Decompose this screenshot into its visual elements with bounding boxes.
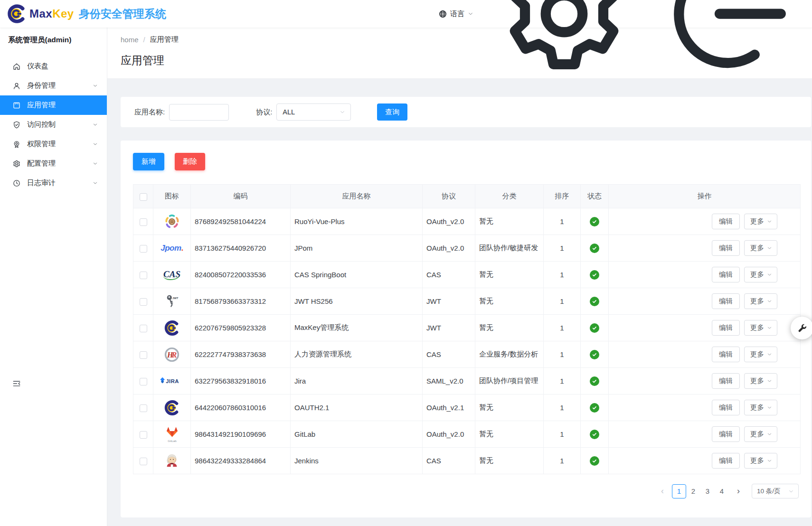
more-button[interactable]: 更多 (744, 347, 777, 362)
row-checkbox[interactable] (140, 378, 147, 385)
more-button[interactable]: 更多 (744, 214, 777, 229)
edit-button[interactable]: 编辑 (712, 453, 740, 469)
page-number-2[interactable]: 2 (686, 484, 700, 498)
app-code: 837136275440926720 (191, 235, 291, 262)
more-button[interactable]: 更多 (744, 320, 777, 336)
sidebar-item-dashboard[interactable]: 仪表盘 (0, 56, 107, 76)
more-button[interactable]: 更多 (744, 400, 777, 415)
svg-text:JWT: JWT (172, 296, 179, 299)
sidebar-collapse-icon[interactable] (12, 379, 21, 388)
prev-page-button[interactable]: ‹ (655, 484, 670, 498)
app-protocol: CAS (423, 341, 475, 368)
more-button-label: 更多 (750, 403, 764, 412)
search-button[interactable]: 查询 (377, 103, 407, 121)
chevron-down-icon (92, 141, 98, 147)
app-protocol: CAS (423, 448, 475, 474)
sidebar-item-apps[interactable]: 应用管理 (0, 95, 107, 115)
current-user-title: 系统管理员(admin) (0, 28, 107, 52)
maxkey-logo-icon (6, 3, 28, 25)
sidebar-item-label: 访问控制 (27, 120, 92, 129)
table-body: 876892492581044224 RuoYi-Vue-Plus OAuth_… (133, 208, 801, 474)
app-name-filter-input[interactable] (169, 104, 229, 121)
sidebar-item-config[interactable]: 配置管理 (0, 154, 107, 173)
protocol-filter-select[interactable]: ALL (276, 103, 351, 121)
edit-button[interactable]: 编辑 (712, 293, 740, 309)
edit-button[interactable]: 编辑 (712, 214, 740, 229)
brand-name: MaxKey (29, 7, 74, 20)
row-checkbox[interactable] (140, 431, 147, 439)
app-category: 暂无 (475, 262, 544, 288)
jira-app-icon: JIRA (153, 368, 190, 394)
chevron-down-icon (92, 180, 98, 186)
row-checkbox[interactable] (140, 404, 147, 412)
row-checkbox[interactable] (140, 218, 147, 226)
brand-subtitle: 身份安全管理系统 (79, 7, 166, 21)
sidebar-item-permissions[interactable]: 权限管理 (0, 134, 107, 154)
row-checkbox[interactable] (140, 298, 147, 306)
cas-app-icon: CAS (153, 262, 190, 288)
add-button[interactable]: 新增 (133, 153, 164, 170)
page-size-select[interactable]: 10 条/页 (752, 484, 799, 498)
sidebar-item-identity[interactable]: 身份管理 (0, 76, 107, 95)
app-code: 644220607860310016 (191, 394, 291, 421)
protocol-filter-label: 协议: (256, 108, 272, 117)
edit-button[interactable]: 编辑 (712, 240, 740, 256)
table-row: JIRA 632279563832918016 Jira SAML_v2.0 团… (133, 368, 801, 394)
delete-button[interactable]: 删除 (175, 153, 205, 170)
more-button[interactable]: 更多 (744, 240, 777, 256)
app-category: 暂无 (475, 208, 544, 235)
edit-button[interactable]: 编辑 (712, 400, 740, 415)
edit-button[interactable]: 编辑 (712, 320, 740, 336)
app-protocol: OAuth_v2.0 (423, 235, 475, 262)
theme-tool-button[interactable] (791, 317, 812, 339)
status-enabled-icon (590, 244, 599, 253)
page-number-4[interactable]: 4 (715, 484, 729, 498)
edit-button[interactable]: 编辑 (712, 347, 740, 362)
sidebar-item-audit[interactable]: 日志审计 (0, 173, 107, 193)
edit-button[interactable]: 编辑 (712, 426, 740, 442)
app-category: 暂无 (475, 288, 544, 315)
status-enabled-icon (590, 403, 599, 413)
select-all-checkbox[interactable] (140, 193, 147, 201)
more-button[interactable]: 更多 (744, 293, 777, 309)
more-button-label: 更多 (750, 217, 764, 226)
row-checkbox[interactable] (140, 458, 147, 465)
column-header-status: 状态 (581, 185, 609, 208)
edit-button[interactable]: 编辑 (712, 267, 740, 282)
app-code: 622227747938373638 (191, 341, 291, 368)
column-header-category: 分类 (475, 185, 544, 208)
app-code: 632279563832918016 (191, 368, 291, 394)
medal-icon (12, 140, 21, 149)
more-button-label: 更多 (750, 430, 764, 439)
row-checkbox[interactable] (140, 245, 147, 253)
more-button[interactable]: 更多 (744, 426, 777, 442)
chevron-down-icon (766, 458, 773, 464)
more-button[interactable]: 更多 (744, 453, 777, 469)
app-name: JWT HS256 (291, 288, 423, 315)
app-code: 622076759805923328 (191, 315, 291, 341)
row-checkbox[interactable] (140, 325, 147, 332)
next-page-button[interactable]: › (731, 484, 746, 498)
more-button[interactable]: 更多 (744, 267, 777, 282)
sidebar-item-access[interactable]: 访问控制 (0, 115, 107, 134)
user-icon (12, 82, 21, 90)
sidebar: 系统管理员(admin) 仪表盘 身份管理 应用管理 访问控制 权限管理 配置管… (0, 28, 107, 526)
more-button[interactable]: 更多 (744, 373, 777, 389)
page-number-1[interactable]: 1 (672, 484, 686, 498)
table-row: 644220607860310016 OAUTH2.1 OAuth_v2.1 暂… (133, 394, 801, 421)
row-checkbox[interactable] (140, 351, 147, 359)
page-number-3[interactable]: 3 (700, 484, 715, 498)
more-button-label: 更多 (750, 456, 764, 465)
app-category: 暂无 (475, 394, 544, 421)
row-checkbox[interactable] (140, 272, 147, 279)
logout-button[interactable] (654, 0, 797, 85)
chevron-down-icon (788, 488, 794, 495)
protocol-selected-value: ALL (283, 108, 295, 116)
chevron-down-icon (766, 245, 773, 251)
language-switcher[interactable]: 语言 (438, 9, 474, 19)
breadcrumb-home-link[interactable]: home (121, 36, 139, 44)
settings-button[interactable] (493, 0, 635, 85)
brand: MaxKey 身份安全管理系统 (0, 3, 166, 25)
edit-button[interactable]: 编辑 (712, 373, 740, 389)
breadcrumb-current: 应用管理 (150, 35, 179, 44)
